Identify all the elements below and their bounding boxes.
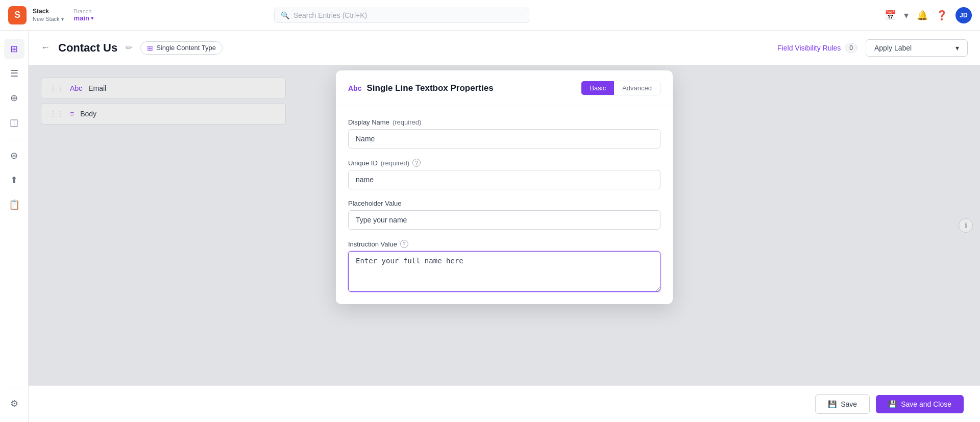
save-icon: 💾 <box>828 400 837 408</box>
badge-label: Single Content Type <box>156 44 216 52</box>
sidebar-divider-1 <box>6 139 22 139</box>
sidebar-item-dashboard[interactable]: ⊞ <box>4 39 24 59</box>
instruction-label: Instruction Value ? <box>348 240 660 248</box>
modal-title: Single Line Textbox Properties <box>366 83 576 93</box>
sidebar-item-tasks[interactable]: 📋 <box>4 194 24 215</box>
placeholder-input[interactable] <box>348 210 660 230</box>
badge-icon: ⊞ <box>147 44 153 52</box>
navbar-right: 📅 ▾ 🔔 ❓ JD <box>885 7 972 23</box>
calendar-icon[interactable]: 📅 <box>885 10 896 21</box>
placeholder-label: Placeholder Value <box>348 200 660 207</box>
back-button[interactable]: ← <box>41 42 50 53</box>
search-bar[interactable]: 🔍 Search Entries (Ctrl+K) <box>274 8 529 23</box>
field-visibility-label: Field Visibility Rules <box>777 44 841 52</box>
search-icon: 🔍 <box>281 11 289 19</box>
instruction-help-icon[interactable]: ? <box>400 240 408 248</box>
stack-info: Stack New Stack ▾ <box>33 8 64 23</box>
navbar: S Stack New Stack ▾ Branch main ▾ 🔍 Sear… <box>0 0 980 31</box>
content-body: ⋮⋮ Abc Email ⋮⋮ ≡ Body Abc Single Line T… <box>29 65 980 385</box>
unique-id-required: (required) <box>381 159 409 167</box>
properties-modal: Abc Single Line Textbox Properties Basic… <box>336 70 673 304</box>
stack-label: Stack <box>33 8 64 16</box>
modal-header: Abc Single Line Textbox Properties Basic… <box>336 70 673 106</box>
help-icon[interactable]: ❓ <box>936 10 947 21</box>
branch-label: Branch <box>74 8 93 14</box>
sidebar-item-settings[interactable]: ⚙ <box>4 393 24 414</box>
sidebar-item-widgets[interactable]: ⊕ <box>4 88 24 108</box>
modal-tabs: Basic Advanced <box>581 81 660 95</box>
save-close-label: Save and Close <box>901 400 951 408</box>
apply-label-button[interactable]: Apply Label ▾ <box>866 39 968 57</box>
sidebar-item-network[interactable]: ⊛ <box>4 145 24 166</box>
tab-basic[interactable]: Basic <box>581 81 614 95</box>
bottom-bar: 💾 Save 💾 Save and Close <box>29 385 980 422</box>
edit-icon[interactable]: ✏ <box>126 43 132 53</box>
avatar-initials: JD <box>960 12 967 19</box>
content-area: ← Contact Us ✏ ⊞ Single Content Type Fie… <box>29 31 980 422</box>
tab-advanced[interactable]: Advanced <box>614 81 660 95</box>
field-visibility-count: 0 <box>845 43 857 53</box>
stack-name[interactable]: New Stack ▾ <box>33 15 64 22</box>
apply-label-text: Apply Label <box>874 44 912 52</box>
modal-body: Display Name (required) Unique ID (requi… <box>336 106 673 304</box>
page-header: ← Contact Us ✏ ⊞ Single Content Type Fie… <box>29 31 980 65</box>
save-and-close-button[interactable]: 💾 Save and Close <box>876 395 964 413</box>
branch-name[interactable]: main ▾ <box>74 14 93 22</box>
sidebar-item-list[interactable]: ☰ <box>4 63 24 84</box>
apply-label-chevron: ▾ <box>955 44 959 52</box>
sidebar-divider-2 <box>6 387 22 387</box>
display-name-required: (required) <box>393 118 421 126</box>
main-layout: ⊞ ☰ ⊕ ◫ ⊛ ⬆ 📋 ⚙ ← Contact Us ✏ ⊞ Single … <box>0 31 980 422</box>
unique-id-input[interactable] <box>348 170 660 189</box>
sidebar-item-deploy[interactable]: ⬆ <box>4 170 24 190</box>
logo-text: S <box>14 10 20 20</box>
page-title: Contact Us <box>58 41 117 55</box>
content-type-badge[interactable]: ⊞ Single Content Type <box>140 41 223 55</box>
app-logo[interactable]: S <box>8 6 27 24</box>
modal-header-abc-icon: Abc <box>348 84 361 92</box>
unique-id-help-icon[interactable]: ? <box>412 159 421 167</box>
display-name-label: Display Name (required) <box>348 118 660 126</box>
chevron-down-icon[interactable]: ▾ <box>904 10 909 21</box>
save-close-icon: 💾 <box>888 400 897 408</box>
modal-overlay: Abc Single Line Textbox Properties Basic… <box>29 65 980 385</box>
notification-icon[interactable]: 🔔 <box>917 10 928 21</box>
save-button[interactable]: 💾 Save <box>815 394 870 414</box>
field-visibility-button[interactable]: Field Visibility Rules 0 <box>777 43 857 53</box>
instruction-group: Instruction Value ? <box>348 240 660 292</box>
unique-id-group: Unique ID (required) ? <box>348 159 660 189</box>
display-name-group: Display Name (required) <box>348 118 660 148</box>
avatar[interactable]: JD <box>955 7 972 23</box>
sidebar-item-layers[interactable]: ◫ <box>4 112 24 133</box>
branch-info: Branch main ▾ <box>74 8 93 22</box>
save-label: Save <box>841 400 857 408</box>
display-name-input[interactable] <box>348 129 660 148</box>
unique-id-label: Unique ID (required) ? <box>348 159 660 167</box>
sidebar: ⊞ ☰ ⊕ ◫ ⊛ ⬆ 📋 ⚙ <box>0 31 29 422</box>
instruction-textarea[interactable] <box>348 251 660 292</box>
search-placeholder: Search Entries (Ctrl+K) <box>293 11 367 19</box>
placeholder-group: Placeholder Value <box>348 200 660 230</box>
